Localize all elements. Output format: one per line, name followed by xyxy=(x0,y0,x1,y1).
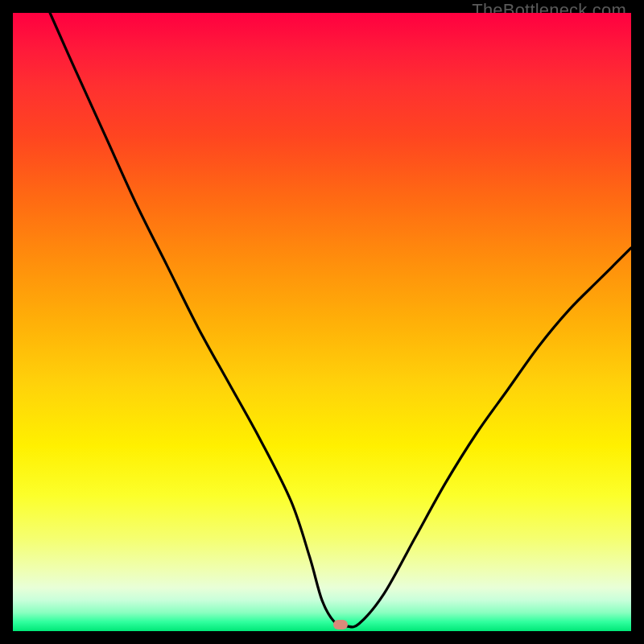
chart-frame: TheBottleneck.com xyxy=(0,0,644,644)
plot-area xyxy=(13,13,631,631)
bottleneck-curve xyxy=(50,13,631,627)
optimal-point-marker xyxy=(333,620,348,630)
curve-svg xyxy=(13,13,631,631)
